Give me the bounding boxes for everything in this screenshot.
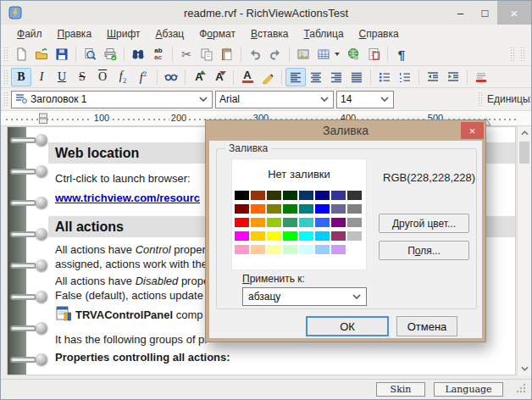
align-center-button[interactable] xyxy=(306,68,326,86)
open-file-button[interactable] xyxy=(31,45,52,64)
maximize-button[interactable]: □ xyxy=(473,1,497,25)
palette-color[interactable] xyxy=(283,245,297,254)
chevron-down-icon[interactable] xyxy=(320,97,329,102)
scrollbar-thumb[interactable] xyxy=(519,142,529,164)
toolbar-grip[interactable] xyxy=(478,92,482,107)
palette-color[interactable] xyxy=(251,245,265,254)
paste-button[interactable] xyxy=(217,45,237,64)
superscript-button[interactable]: f2 xyxy=(133,68,153,86)
palette-color[interactable] xyxy=(331,191,346,200)
print-button[interactable] xyxy=(100,45,120,64)
grow-font-button[interactable]: A xyxy=(189,68,209,86)
font-size-combo[interactable]: 14 xyxy=(336,91,394,108)
palette-color[interactable] xyxy=(347,191,362,200)
palette-color[interactable] xyxy=(235,245,249,254)
table-dropdown-arrow[interactable] xyxy=(335,53,340,56)
copy-button[interactable] xyxy=(197,45,217,64)
new-file-button[interactable] xyxy=(11,45,31,64)
palette-color[interactable] xyxy=(283,231,297,241)
palette-color[interactable] xyxy=(299,245,313,254)
apply-to-combo[interactable]: абзацу xyxy=(242,287,367,306)
redo-button[interactable] xyxy=(265,45,285,64)
style-combo[interactable]: Заголовок 1 xyxy=(11,91,213,108)
palette-color[interactable] xyxy=(331,231,346,241)
palette-color[interactable] xyxy=(235,191,249,200)
menu-item-format[interactable]: Формат xyxy=(191,26,243,42)
hyperlink-button[interactable] xyxy=(343,45,363,64)
toolbar-grip[interactable] xyxy=(520,47,524,62)
palette-color[interactable] xyxy=(267,231,281,241)
chevron-down-icon[interactable] xyxy=(380,97,389,102)
palette-color[interactable] xyxy=(251,218,265,227)
dialog-close-button[interactable]: × xyxy=(461,122,484,139)
scroll-up-arrow[interactable] xyxy=(518,126,531,140)
palette-color[interactable] xyxy=(347,204,362,214)
palette-color[interactable] xyxy=(331,204,346,214)
print-preview-button[interactable] xyxy=(80,45,100,64)
increase-indent-button[interactable] xyxy=(443,68,463,86)
language-button[interactable]: Language xyxy=(434,382,503,397)
skin-button[interactable]: Skin xyxy=(376,382,425,397)
ok-button[interactable]: ОК xyxy=(306,316,389,336)
palette-color[interactable] xyxy=(251,231,265,241)
font-color-button[interactable]: A xyxy=(237,68,258,86)
palette-color[interactable] xyxy=(235,204,249,214)
highlight-button[interactable] xyxy=(258,68,278,86)
no-fill-option[interactable]: Нет заливки xyxy=(232,159,366,188)
palette-color[interactable] xyxy=(331,245,346,254)
other-color-button[interactable]: Другой цвет... xyxy=(379,214,469,233)
align-left-button[interactable] xyxy=(285,68,306,86)
palette-color[interactable] xyxy=(347,218,362,227)
find-button[interactable] xyxy=(128,45,148,64)
scroll-down-arrow[interactable] xyxy=(518,362,531,375)
vertical-scrollbar[interactable] xyxy=(517,126,531,375)
menu-item-insert[interactable]: Вставка xyxy=(243,26,296,42)
menu-item-font[interactable]: Шрифт xyxy=(99,26,147,42)
chevron-down-icon[interactable] xyxy=(352,294,361,299)
underline-button[interactable]: U xyxy=(52,68,72,86)
decrease-indent-button[interactable] xyxy=(423,68,443,86)
palette-color[interactable] xyxy=(347,231,362,241)
palette-color[interactable] xyxy=(251,204,265,214)
numbered-list-button[interactable] xyxy=(395,68,415,86)
palette-color[interactable] xyxy=(331,218,346,227)
palette-color[interactable] xyxy=(251,191,265,200)
palette-color[interactable] xyxy=(315,218,330,227)
toolbar-grip[interactable] xyxy=(3,92,8,107)
cancel-button[interactable]: Отмена xyxy=(396,316,457,336)
menu-item-help[interactable]: Справка xyxy=(352,26,407,42)
replace-button[interactable]: abac xyxy=(148,45,169,64)
menu-item-paragraph[interactable]: Абзац xyxy=(148,26,192,42)
insert-table-button[interactable] xyxy=(313,45,334,64)
palette-color[interactable] xyxy=(299,231,313,241)
menu-item-table[interactable]: Таблица xyxy=(296,26,352,42)
palette-color[interactable] xyxy=(283,204,297,214)
strikethrough-button[interactable]: S xyxy=(72,68,92,86)
resize-grip[interactable] xyxy=(516,381,526,397)
subscript-button[interactable]: f2 xyxy=(113,68,133,86)
palette-color[interactable] xyxy=(283,191,297,200)
bold-button[interactable]: B xyxy=(11,68,31,86)
close-button[interactable]: × xyxy=(497,1,531,25)
palette-color[interactable] xyxy=(299,204,313,214)
italic-button[interactable]: I xyxy=(31,68,52,86)
palette-color[interactable] xyxy=(267,245,281,254)
justify-button[interactable] xyxy=(346,68,367,86)
toolbar-grip[interactable] xyxy=(3,69,8,85)
palette-color[interactable] xyxy=(235,218,249,227)
toolbar-grip[interactable] xyxy=(510,47,514,62)
bullet-list-button[interactable] xyxy=(374,68,395,86)
palette-color[interactable] xyxy=(299,191,313,200)
align-right-button[interactable] xyxy=(326,68,346,86)
show-paragraph-marks-button[interactable]: ¶ xyxy=(391,45,412,64)
minimize-button[interactable]: – xyxy=(448,1,473,25)
palette-color[interactable] xyxy=(235,231,249,241)
toolbar-grip[interactable] xyxy=(3,47,8,62)
paragraph-fill-button[interactable] xyxy=(471,68,491,86)
hidden-text-button[interactable] xyxy=(161,68,181,86)
palette-color[interactable] xyxy=(299,218,313,227)
palette-color[interactable] xyxy=(315,204,330,214)
palette-color[interactable] xyxy=(347,245,362,254)
fields-button[interactable]: Поля... xyxy=(379,241,469,260)
font-combo[interactable]: Arial xyxy=(215,91,334,108)
